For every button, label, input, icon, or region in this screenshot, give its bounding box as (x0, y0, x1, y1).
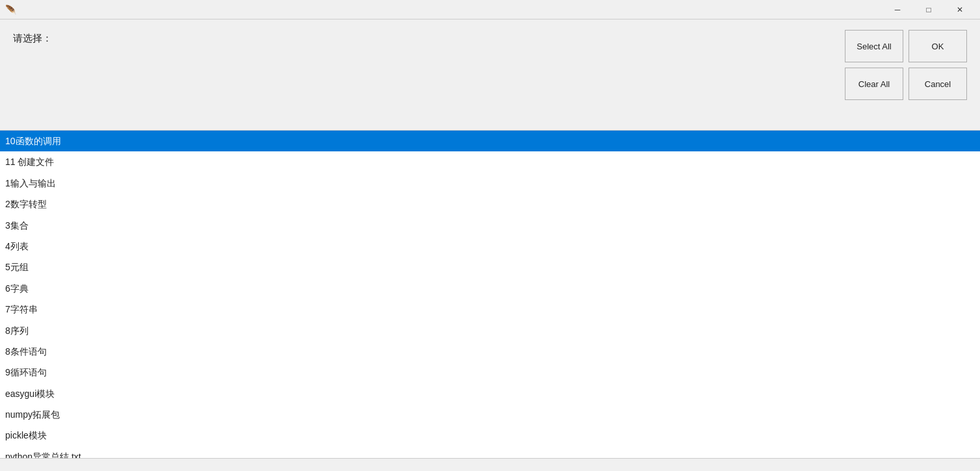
list-item[interactable]: 3集合 (0, 215, 980, 236)
app-icon: 🪶 (5, 5, 16, 15)
select-all-button[interactable]: Select All (845, 30, 903, 62)
cancel-button[interactable]: Cancel (909, 68, 967, 100)
title-bar: 🪶 ─ □ ✕ (0, 0, 980, 19)
list-item[interactable]: 7字符串 (0, 299, 980, 320)
title-bar-controls: ─ □ ✕ (883, 2, 975, 18)
list-item[interactable]: 6字典 (0, 278, 980, 299)
action-buttons: Select All OK Clear All Cancel (845, 30, 967, 100)
list-item[interactable]: 10函数的调用 (0, 131, 980, 151)
status-bar (0, 458, 980, 471)
list-item[interactable]: 8条件语句 (0, 341, 980, 362)
list-item[interactable]: 2数字转型 (0, 194, 980, 214)
close-button[interactable]: ✕ (945, 2, 975, 18)
list-item[interactable]: numpy拓展包 (0, 404, 980, 425)
list-item[interactable]: pickle模块 (0, 425, 980, 446)
prompt-label: 请选择： (13, 30, 52, 45)
list-item[interactable]: 11 创建文件 (0, 151, 980, 172)
list-item[interactable]: 1输入与输出 (0, 173, 980, 194)
ok-button[interactable]: OK (909, 30, 967, 62)
list-item[interactable]: 9循环语句 (0, 362, 980, 383)
header: 请选择： Select All OK Clear All Cancel (0, 19, 980, 130)
list-item[interactable]: 4列表 (0, 236, 980, 257)
list-item[interactable]: easygui模块 (0, 383, 980, 404)
maximize-button[interactable]: □ (914, 2, 944, 18)
clear-all-button[interactable]: Clear All (845, 68, 903, 100)
list-item[interactable]: python异常总结.txt (0, 446, 980, 458)
minimize-button[interactable]: ─ (883, 2, 912, 18)
list-item[interactable]: 8序列 (0, 320, 980, 341)
item-list[interactable]: 10函数的调用11 创建文件1输入与输出2数字转型3集合4列表5元组6字典7字符… (0, 130, 980, 458)
title-bar-left: 🪶 (5, 5, 16, 15)
list-item[interactable]: 5元组 (0, 257, 980, 277)
